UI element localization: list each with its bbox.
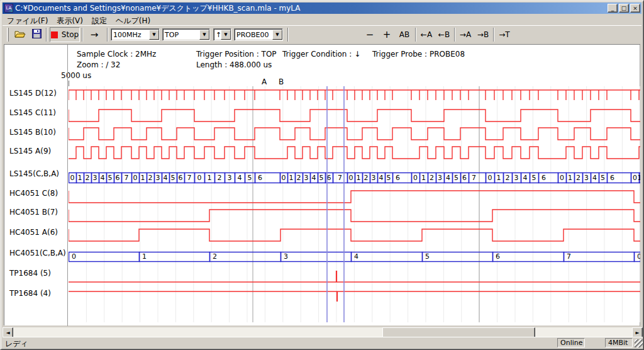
run-button[interactable]: → [85,27,104,42]
stop-label: Stop [62,30,79,39]
svg-text:3: 3 [438,174,442,182]
svg-text:0: 0 [560,174,564,182]
toolbar: Stop → 100MHz ▼ TOP ▼ ↑ ▼ PROBE00 ▼ − + … [3,25,641,43]
toolbar-separator [46,28,47,42]
zoom-ab-button[interactable]: AB [396,27,413,42]
toolbar-separator [287,28,289,42]
svg-text:2: 2 [506,174,510,182]
svg-text:0: 0 [633,174,637,182]
goto-marker-b-left-button[interactable]: ←B [436,27,452,42]
maximize-button[interactable]: □ [619,4,629,13]
channel-label: LS145 B(10) [9,128,67,137]
menu-bar: ファイル(F) 表示(V) 設定 ヘルプ(H) [3,14,641,25]
channel-label: HC4051 C(8) [9,189,67,198]
svg-text:4: 4 [379,174,384,182]
svg-text:4: 4 [523,174,528,182]
dropdown-arrow-icon[interactable]: ▼ [221,30,231,40]
menu-view[interactable]: 表示(V) [52,15,87,25]
dropdown-arrow-icon[interactable]: ▼ [149,30,159,40]
svg-text:6: 6 [116,174,120,182]
info-length: Length : 488.000 us [196,60,272,69]
zoom-out-button[interactable]: − [362,27,377,42]
svg-text:3: 3 [304,174,309,182]
svg-text:1: 1 [142,252,147,261]
status-ready-text: レディ [5,339,28,349]
goto-trigger-button[interactable]: →T [496,27,513,42]
svg-text:0: 0 [349,174,353,182]
channel-label: HC4051 A(6) [9,228,67,237]
svg-text:5: 5 [319,174,324,182]
svg-text:1: 1 [357,174,361,182]
svg-text:2: 2 [576,174,580,182]
title-bar[interactable]: LA C:¥Documents and Settings¥noname¥デスクト… [3,3,641,14]
svg-text:5: 5 [387,174,391,182]
svg-text:1: 1 [208,174,212,182]
toolbar-separator [107,28,108,42]
trigger-probe-value: PROBE00 [235,31,272,39]
floppy-disk-icon [32,29,42,40]
channel-label: LS145(C,B,A) [9,169,67,178]
marker-a-label[interactable]: A [260,77,269,86]
svg-text:1: 1 [289,174,294,182]
svg-text:5: 5 [601,174,605,182]
trigger-position-select[interactable]: TOP ▼ [162,28,210,41]
marker-b-label[interactable]: B [277,77,286,86]
channel-label: TP1684 (4) [9,289,67,298]
svg-text:1: 1 [497,174,501,182]
svg-text:4: 4 [592,174,597,182]
svg-text:4: 4 [164,174,168,182]
info-trigger-position: Trigger Position : TOP [196,50,277,59]
resize-grip[interactable] [635,339,643,347]
save-button[interactable] [29,27,44,42]
channel-label: TP1684 (5) [9,269,67,278]
zoom-in-button[interactable]: + [379,27,394,42]
svg-text:7: 7 [125,174,129,182]
dropdown-arrow-icon[interactable]: ▼ [272,30,282,40]
svg-text:1: 1 [638,174,641,182]
svg-text:3: 3 [372,174,376,182]
close-button[interactable]: × [630,4,640,13]
waveform-plot[interactable]: 0123456701234567012345601234567012345601… [69,86,640,322]
svg-text:5: 5 [425,252,430,261]
sample-clock-select[interactable]: 100MHz ▼ [111,28,160,41]
goto-marker-a-left-button[interactable]: ←A [418,27,435,42]
goto-marker-a-right-button[interactable]: →A [457,27,474,42]
svg-text:6: 6 [610,174,614,182]
toolbar-separator [82,28,83,42]
dropdown-arrow-icon[interactable]: ▼ [199,30,209,40]
svg-text:5: 5 [171,174,175,182]
svg-text:4: 4 [446,174,450,182]
svg-text:3: 3 [584,174,589,182]
menu-settings[interactable]: 設定 [87,15,111,25]
minimize-button[interactable]: _ [608,4,618,13]
menu-help[interactable]: ヘルプ(H) [111,15,155,25]
goto-marker-b-right-button[interactable]: →B [475,27,491,42]
info-trigger-probe: Trigger Probe : PROBE08 [372,50,465,59]
open-folder-icon [14,30,26,40]
open-file-button[interactable] [13,27,28,42]
svg-text:0: 0 [637,252,640,261]
status-memory-badge: 4MBit [605,338,633,347]
time-axis-tick [69,81,69,86]
svg-text:3: 3 [156,174,160,182]
trigger-probe-select[interactable]: PROBE00 ▼ [234,28,283,41]
svg-text:7: 7 [338,174,342,182]
svg-text:2: 2 [218,174,222,182]
svg-text:6: 6 [179,174,183,182]
channel-label: HC4051(C,B,A) [9,249,67,257]
toolbar-separator [493,28,494,42]
label-plot-separator [67,45,68,326]
app-window: LA C:¥Documents and Settings¥noname¥デスクト… [0,0,644,350]
channel-label: LS145 C(11) [9,108,67,117]
menu-file[interactable]: ファイル(F) [3,15,52,25]
svg-text:2: 2 [297,174,301,182]
svg-text:3: 3 [93,174,97,182]
svg-text:3: 3 [228,174,232,182]
trigger-edge-value: ↑ [214,31,221,39]
stop-button[interactable]: Stop [50,27,80,42]
svg-text:2: 2 [430,174,434,182]
svg-text:0: 0 [282,174,286,182]
stop-icon [51,31,58,38]
status-bar: レディ Online 4MBit [3,337,643,347]
trigger-edge-select[interactable]: ↑ ▼ [213,28,231,41]
